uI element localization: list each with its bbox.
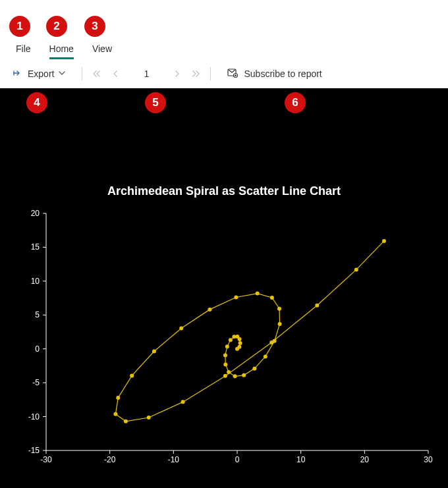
subscribe-button-label: Subscribe to report (244, 68, 322, 79)
chart-title: Archimedean Spiral as Scatter Line Chart (0, 184, 448, 198)
svg-text:30: 30 (424, 455, 433, 464)
svg-text:10: 10 (31, 277, 40, 286)
svg-point-55 (208, 308, 211, 312)
pager: 1 (92, 68, 201, 79)
pager-last-button[interactable] (192, 69, 201, 78)
svg-point-35 (237, 345, 241, 349)
svg-point-62 (147, 416, 151, 420)
svg-point-65 (269, 340, 273, 344)
chart-area: Archimedean Spiral as Scatter Line Chart… (0, 88, 448, 488)
svg-point-47 (252, 367, 256, 371)
svg-point-59 (116, 396, 120, 400)
tab-view[interactable]: View (83, 38, 121, 59)
subscribe-button[interactable]: Subscribe to report (220, 65, 328, 84)
svg-text:20: 20 (31, 209, 40, 218)
svg-text:0: 0 (235, 455, 240, 464)
svg-point-68 (382, 239, 386, 243)
svg-point-45 (233, 374, 237, 378)
svg-point-44 (227, 370, 231, 374)
export-icon (13, 68, 24, 80)
toolbar-divider (210, 67, 211, 80)
svg-point-64 (223, 374, 227, 378)
svg-point-46 (242, 373, 246, 377)
export-button[interactable]: Export (7, 65, 72, 83)
svg-text:-20: -20 (104, 455, 116, 464)
svg-text:15: 15 (31, 242, 40, 252)
svg-point-39 (232, 335, 236, 339)
svg-point-52 (270, 296, 274, 300)
svg-point-58 (130, 373, 134, 377)
tab-home[interactable]: Home (40, 38, 83, 59)
svg-point-57 (152, 349, 156, 353)
toolbar-divider (82, 67, 82, 80)
svg-text:-15: -15 (28, 446, 40, 455)
svg-point-63 (181, 400, 185, 404)
pager-prev-button[interactable] (111, 69, 119, 78)
svg-point-61 (124, 420, 128, 423)
svg-point-56 (179, 327, 183, 331)
svg-point-53 (256, 292, 260, 296)
svg-text:20: 20 (360, 455, 370, 464)
svg-point-42 (223, 353, 227, 357)
svg-point-40 (229, 338, 233, 342)
scatter-line-chart: -15-10-505101520-30-20-100102030 (7, 207, 441, 477)
pager-first-button[interactable] (92, 69, 101, 78)
svg-point-54 (234, 296, 238, 300)
svg-point-51 (277, 307, 281, 311)
svg-text:-5: -5 (32, 378, 40, 387)
svg-point-43 (223, 362, 227, 366)
svg-point-67 (354, 267, 358, 271)
svg-point-60 (113, 412, 117, 416)
subscribe-icon (227, 67, 238, 81)
svg-point-48 (264, 354, 267, 358)
svg-point-50 (278, 322, 282, 326)
svg-text:-30: -30 (40, 455, 52, 464)
svg-text:0: 0 (35, 344, 40, 354)
export-button-label: Export (28, 68, 54, 79)
chevron-down-icon (58, 68, 66, 79)
svg-point-36 (238, 341, 242, 345)
pager-page-number[interactable]: 1 (130, 68, 163, 79)
svg-text:-10: -10 (28, 412, 40, 421)
svg-point-41 (225, 344, 229, 348)
svg-point-66 (315, 304, 319, 308)
svg-text:-10: -10 (168, 455, 180, 464)
svg-text:10: 10 (296, 455, 306, 464)
tab-file[interactable]: File (7, 38, 40, 59)
toolbar: Export 1 Subscribe to rep (0, 59, 448, 88)
svg-text:5: 5 (35, 310, 40, 319)
pager-next-button[interactable] (173, 69, 181, 78)
menu-bar: File Home View (0, 0, 448, 59)
